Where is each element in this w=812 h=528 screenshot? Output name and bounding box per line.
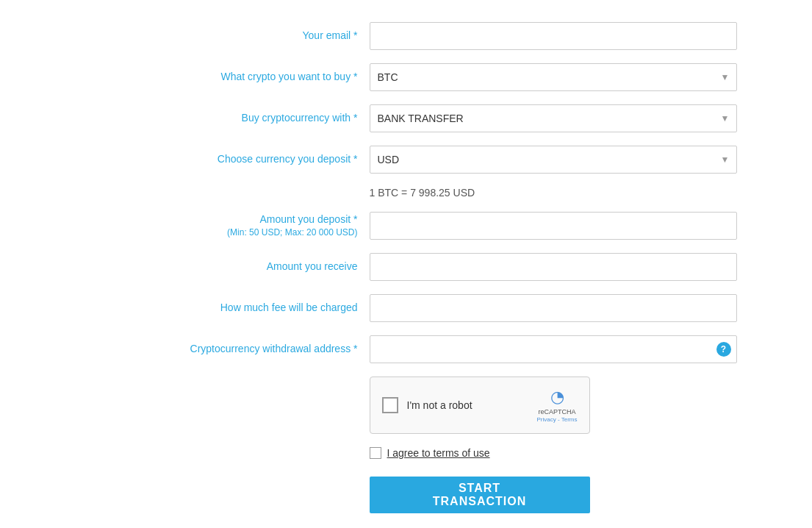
terms-checkbox[interactable]	[370, 447, 381, 459]
currency-select-wrapper: USD EUR GBP ▼	[370, 146, 737, 174]
captcha-box: I'm not a robot ◔ reCAPTCHA Privacy - Te…	[370, 377, 590, 434]
payment-label: Buy cryptocurrency with *	[76, 111, 370, 126]
fee-input[interactable]	[370, 294, 737, 322]
currency-select[interactable]: USD EUR GBP	[370, 146, 737, 174]
deposit-label: Amount you deposit * (Min: 50 USD; Max: …	[76, 213, 370, 239]
email-input[interactable]	[370, 22, 737, 50]
captcha-links: Privacy - Terms	[537, 416, 578, 423]
start-transaction-button[interactable]: START TRANSACTION	[370, 477, 590, 513]
deposit-input[interactable]	[370, 212, 737, 240]
address-input[interactable]	[370, 335, 737, 363]
receive-label: Amount you receive	[76, 260, 370, 274]
submit-row: START TRANSACTION	[76, 477, 737, 513]
currency-label: Choose currency you deposit *	[76, 152, 370, 167]
crypto-select[interactable]: BTC ETH LTC XRP	[370, 63, 737, 91]
exchange-rate-row: 1 BTC = 7 998.25 USD	[76, 187, 737, 199]
captcha-right: ◔ reCAPTCHA Privacy - Terms	[537, 388, 578, 423]
fee-row: How much fee will be charged	[76, 294, 737, 322]
captcha-privacy-link[interactable]: Privacy	[537, 416, 556, 423]
email-label: Your email *	[76, 29, 370, 43]
captcha-terms-link[interactable]: Terms	[561, 416, 578, 423]
crypto-row: What crypto you want to buy * BTC ETH LT…	[76, 63, 737, 91]
currency-row: Choose currency you deposit * USD EUR GB…	[76, 146, 737, 174]
payment-select[interactable]: BANK TRANSFER CREDIT CARD PAYPAL	[370, 104, 737, 132]
captcha-label: I'm not a robot	[407, 399, 473, 411]
crypto-select-wrapper: BTC ETH LTC XRP ▼	[370, 63, 737, 91]
terms-link[interactable]: I agree to terms of use	[387, 447, 490, 459]
email-row: Your email *	[76, 22, 737, 50]
form-container: Your email * What crypto you want to buy…	[76, 22, 737, 528]
fee-label: How much fee will be charged	[76, 301, 370, 315]
crypto-label: What crypto you want to buy *	[76, 70, 370, 85]
exchange-rate-text: 1 BTC = 7 998.25 USD	[370, 187, 475, 199]
captcha-brand-text: reCAPTCHA	[538, 408, 575, 416]
payment-select-wrapper: BANK TRANSFER CREDIT CARD PAYPAL ▼	[370, 104, 737, 132]
payment-row: Buy cryptocurrency with * BANK TRANSFER …	[76, 104, 737, 132]
terms-row: I agree to terms of use	[76, 447, 737, 459]
deposit-row: Amount you deposit * (Min: 50 USD; Max: …	[76, 212, 737, 240]
receive-row: Amount you receive	[76, 253, 737, 281]
captcha-row: I'm not a robot ◔ reCAPTCHA Privacy - Te…	[76, 377, 737, 434]
captcha-checkbox[interactable]	[382, 397, 398, 413]
address-help-icon[interactable]: ?	[716, 342, 731, 357]
address-input-wrapper: ?	[370, 335, 737, 363]
receive-input[interactable]	[370, 253, 737, 281]
captcha-left: I'm not a robot	[382, 397, 473, 413]
address-row: Cryptocurrency withdrawal address * ?	[76, 335, 737, 363]
address-label: Cryptocurrency withdrawal address *	[76, 342, 370, 357]
captcha-logo-icon: ◔	[550, 388, 564, 407]
